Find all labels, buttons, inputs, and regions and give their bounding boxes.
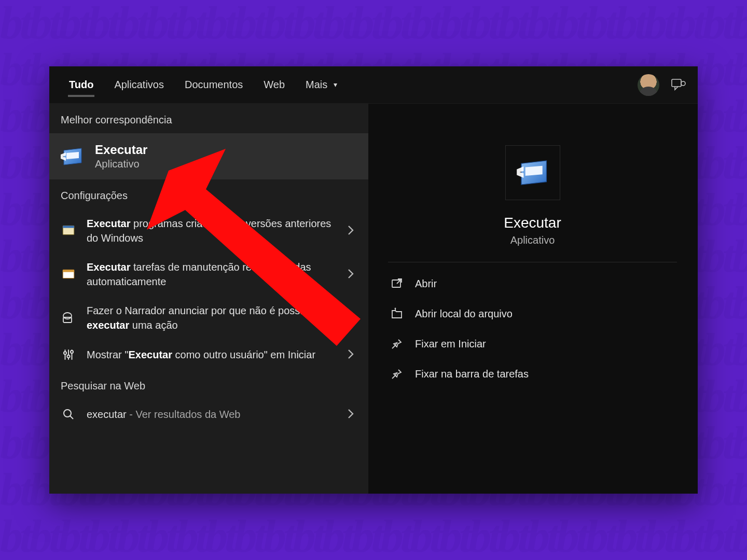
web-search-item[interactable]: executar - Ver resultados da Web: [49, 399, 368, 429]
settings-item-runas[interactable]: Mostrar "Executar como outro usuário" em…: [49, 340, 368, 370]
best-match-title: Executar: [95, 143, 147, 157]
action-open-label: Abrir: [415, 278, 437, 290]
tab-web[interactable]: Web: [253, 68, 295, 101]
action-pin-start[interactable]: Fixar em Iniciar: [388, 329, 677, 359]
settings-item-compat[interactable]: Executar programas criados para versões …: [49, 209, 368, 253]
search-panel: Tudo Aplicativos Documentos Web Mais ▾ M…: [49, 66, 698, 494]
user-avatar[interactable]: [638, 74, 659, 96]
tab-documents[interactable]: Documentos: [174, 68, 253, 101]
settings-item-narrator-text: Fazer o Narrador anunciar por que não é …: [87, 303, 337, 332]
detail-title: Executar: [504, 215, 561, 231]
narrator-icon: [61, 310, 76, 326]
action-pin-taskbar-label: Fixar na barra de tarefas: [415, 368, 529, 380]
detail-app-icon: [505, 145, 560, 200]
sliders-icon: [61, 347, 76, 362]
chevron-right-icon: [348, 312, 357, 321]
web-search-text: executar - Ver resultados da Web: [87, 407, 337, 422]
best-match-result[interactable]: Executar Aplicativo: [49, 133, 368, 179]
chevron-right-icon: [348, 349, 357, 358]
svg-rect-4: [63, 226, 74, 228]
settings-item-maintenance[interactable]: Executar tarefas de manutenção recomenda…: [49, 253, 368, 296]
run-app-icon: [61, 147, 84, 166]
feedback-icon[interactable]: [671, 78, 686, 92]
chevron-down-icon: ▾: [334, 80, 337, 89]
tab-apps[interactable]: Aplicativos: [104, 68, 174, 101]
action-open-location-label: Abrir local do arquivo: [415, 308, 513, 320]
window-legacy-icon: [61, 223, 76, 239]
search-body: Melhor correspondência: [49, 104, 698, 494]
svg-point-9: [64, 352, 66, 354]
tab-all[interactable]: Tudo: [59, 68, 104, 101]
window-flag-icon: [61, 267, 76, 282]
settings-item-compat-text: Executar programas criados para versões …: [87, 216, 337, 245]
action-open-location[interactable]: Abrir local do arquivo: [388, 299, 677, 329]
settings-item-runas-text: Mostrar "Executar como outro usuário" em…: [87, 347, 337, 362]
svg-point-15: [395, 308, 396, 310]
tab-more-label: Mais: [306, 79, 327, 90]
folder-location-icon: [390, 307, 404, 320]
best-match-heading: Melhor correspondência: [49, 104, 368, 133]
detail-pane: Executar Aplicativo Abrir: [368, 104, 698, 494]
svg-point-10: [67, 355, 70, 358]
search-tabs: Tudo Aplicativos Documentos Web Mais ▾: [49, 66, 698, 104]
search-icon: [61, 407, 76, 422]
svg-rect-0: [672, 79, 681, 87]
pin-icon: [390, 337, 404, 351]
svg-point-12: [64, 410, 71, 417]
action-pin-taskbar[interactable]: Fixar na barra de tarefas: [388, 359, 677, 389]
svg-rect-13: [525, 166, 542, 176]
chevron-right-icon: [348, 269, 357, 278]
svg-point-8: [63, 313, 72, 319]
settings-item-narrator[interactable]: Fazer o Narrador anunciar por que não é …: [49, 296, 368, 340]
action-pin-start-label: Fixar em Iniciar: [415, 338, 486, 350]
tab-more[interactable]: Mais ▾: [295, 68, 348, 101]
open-icon: [390, 277, 404, 290]
best-match-subtitle: Aplicativo: [95, 158, 147, 170]
svg-point-11: [71, 351, 73, 353]
settings-heading: Configurações: [49, 179, 368, 209]
pin-icon: [390, 367, 404, 381]
svg-rect-6: [63, 270, 74, 272]
svg-point-1: [681, 81, 685, 86]
results-column: Melhor correspondência: [49, 104, 368, 494]
chevron-right-icon: [348, 225, 357, 234]
settings-item-maintenance-text: Executar tarefas de manutenção recomenda…: [87, 260, 337, 289]
svg-rect-2: [66, 151, 79, 159]
detail-subtitle: Aplicativo: [510, 234, 555, 246]
action-open[interactable]: Abrir: [388, 269, 677, 299]
detail-divider: [388, 262, 677, 262]
web-search-heading: Pesquisar na Web: [49, 370, 368, 399]
chevron-right-icon: [348, 409, 357, 418]
